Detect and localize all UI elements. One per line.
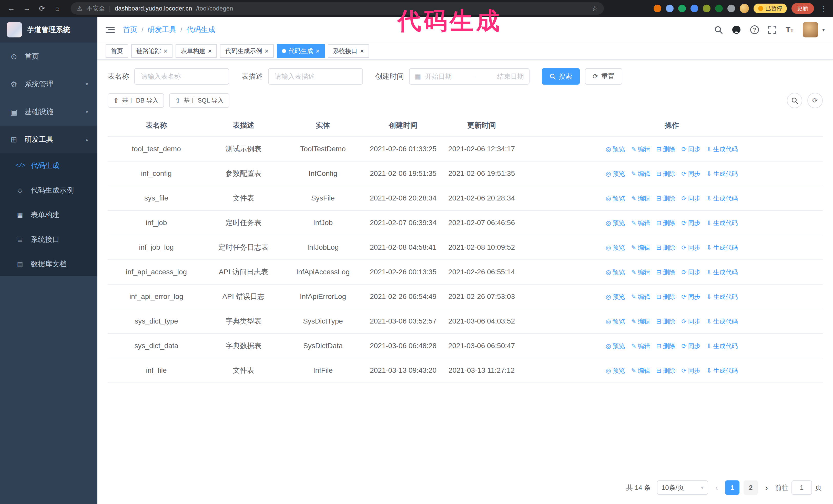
font-size-icon[interactable]: TT [786, 25, 793, 34]
goto-page-input[interactable] [791, 480, 812, 495]
action-delete-trash[interactable]: ⊟删除 [656, 341, 675, 351]
tab-链路追踪[interactable]: 链路追踪× [131, 44, 172, 58]
action-sync-refresh[interactable]: ⟳同步 [681, 268, 700, 277]
sidebar-item-system-api[interactable]: ≣ 系统接口 [0, 227, 97, 252]
action-generate-download[interactable]: ⇩生成代码 [707, 317, 738, 326]
action-eye[interactable]: ◎预览 [606, 292, 625, 302]
home-icon[interactable]: ⌂ [51, 2, 64, 15]
action-generate-download[interactable]: ⇩生成代码 [707, 145, 738, 154]
profile-avatar[interactable] [740, 4, 749, 13]
action-edit-pencil[interactable]: ✎编辑 [631, 317, 650, 326]
sidebar-item-db-docs[interactable]: ▤ 数据库文档 [0, 252, 97, 277]
breadcrumb-home[interactable]: 首页 [123, 25, 137, 34]
action-delete-trash[interactable]: ⊟删除 [656, 194, 675, 203]
action-generate-download[interactable]: ⇩生成代码 [707, 243, 738, 252]
action-eye[interactable]: ◎预览 [606, 268, 625, 277]
bookmark-star-icon[interactable]: ☆ [592, 5, 598, 13]
breadcrumb-devtools[interactable]: 研发工具 [148, 25, 176, 34]
action-edit-pencil[interactable]: ✎编辑 [631, 292, 650, 302]
tab-表单构建[interactable]: 表单构建× [175, 44, 217, 58]
back-icon[interactable]: ← [5, 2, 18, 15]
action-eye[interactable]: ◎预览 [606, 218, 625, 227]
reset-button[interactable]: ⟳ 重置 [585, 68, 622, 85]
tab-close-icon[interactable]: × [360, 48, 364, 54]
action-edit-pencil[interactable]: ✎编辑 [631, 169, 650, 178]
page-number-1[interactable]: 1 [725, 480, 739, 495]
search-button[interactable]: 搜索 [542, 68, 580, 85]
action-eye[interactable]: ◎预览 [606, 366, 625, 375]
app-logo[interactable]: 芋道管理系统 [0, 17, 97, 43]
search-icon[interactable] [714, 26, 722, 34]
action-eye[interactable]: ◎预览 [606, 243, 625, 252]
extension-icon-6[interactable] [715, 5, 723, 12]
sidebar-item-home[interactable]: ⊙ 首页 [0, 43, 97, 70]
action-generate-download[interactable]: ⇩生成代码 [707, 169, 738, 178]
date-range-picker[interactable]: ▦ 开始日期 - 结束日期 [409, 68, 529, 85]
table-name-input[interactable] [134, 68, 229, 85]
action-edit-pencil[interactable]: ✎编辑 [631, 194, 650, 203]
action-delete-trash[interactable]: ⊟删除 [656, 292, 675, 302]
action-sync-refresh[interactable]: ⟳同步 [681, 194, 700, 203]
refresh-table-button[interactable]: ⟳ [807, 93, 823, 108]
sidebar-item-system[interactable]: ⚙ 系统管理 ▾ [0, 70, 97, 98]
action-eye[interactable]: ◎预览 [606, 317, 625, 326]
extension-icon-7[interactable] [728, 5, 735, 12]
page-size-select[interactable]: 10条/页 ▾ [657, 480, 708, 495]
extension-icon-1[interactable] [653, 5, 661, 12]
import-db-button[interactable]: ⇧ 基于 DB 导入 [108, 93, 164, 108]
address-bar[interactable]: ⚠ 不安全 | dashboard.yudao.iocoder.cn/tool/… [71, 2, 604, 15]
action-delete-trash[interactable]: ⊟删除 [656, 169, 675, 178]
tab-close-icon[interactable]: × [164, 48, 167, 54]
page-number-2[interactable]: 2 [743, 480, 758, 495]
action-edit-pencil[interactable]: ✎编辑 [631, 243, 650, 252]
action-sync-refresh[interactable]: ⟳同步 [681, 145, 700, 154]
action-sync-refresh[interactable]: ⟳同步 [681, 366, 700, 375]
github-icon[interactable] [732, 25, 741, 34]
paused-badge[interactable]: 已暂停 [754, 4, 787, 13]
sidebar-item-codegen[interactable]: </> 代码生成 [0, 153, 97, 178]
tab-close-icon[interactable]: × [208, 48, 212, 54]
action-sync-refresh[interactable]: ⟳同步 [681, 292, 700, 302]
action-eye[interactable]: ◎预览 [606, 145, 625, 154]
action-edit-pencil[interactable]: ✎编辑 [631, 218, 650, 227]
action-generate-download[interactable]: ⇩生成代码 [707, 194, 738, 203]
extension-icon-2[interactable] [666, 5, 673, 12]
action-eye[interactable]: ◎预览 [606, 194, 625, 203]
help-icon[interactable]: ? [750, 25, 759, 34]
action-sync-refresh[interactable]: ⟳同步 [681, 243, 700, 252]
refresh-icon[interactable]: ⟳ [36, 2, 48, 15]
sidebar-item-form-builder[interactable]: ▦ 表单构建 [0, 202, 97, 227]
action-delete-trash[interactable]: ⊟删除 [656, 268, 675, 277]
action-delete-trash[interactable]: ⊟删除 [656, 243, 675, 252]
action-edit-pencil[interactable]: ✎编辑 [631, 366, 650, 375]
action-delete-trash[interactable]: ⊟删除 [656, 218, 675, 227]
action-sync-refresh[interactable]: ⟳同步 [681, 218, 700, 227]
action-sync-refresh[interactable]: ⟳同步 [681, 341, 700, 351]
action-edit-pencil[interactable]: ✎编辑 [631, 268, 650, 277]
extension-icon-4[interactable] [690, 5, 698, 12]
action-edit-pencil[interactable]: ✎编辑 [631, 341, 650, 351]
hamburger-icon[interactable] [105, 26, 115, 33]
tab-首页[interactable]: 首页 [105, 44, 128, 58]
action-edit-pencil[interactable]: ✎编辑 [631, 145, 650, 154]
sidebar-item-codegen-example[interactable]: ◇ 代码生成示例 [0, 178, 97, 202]
import-sql-button[interactable]: ⇧ 基于 SQL 导入 [169, 93, 229, 108]
avatar-caret-icon[interactable]: ▾ [822, 27, 825, 33]
prev-page-icon[interactable]: ‹ [714, 483, 719, 493]
action-delete-trash[interactable]: ⊟删除 [656, 145, 675, 154]
table-desc-input[interactable] [268, 68, 363, 85]
sidebar-item-infra[interactable]: ▣ 基础设施 ▾ [0, 98, 97, 126]
action-generate-download[interactable]: ⇩生成代码 [707, 292, 738, 302]
tab-close-icon[interactable]: × [316, 48, 319, 54]
action-generate-download[interactable]: ⇩生成代码 [707, 366, 738, 375]
tab-代码生成示例[interactable]: 代码生成示例× [220, 44, 273, 58]
action-eye[interactable]: ◎预览 [606, 341, 625, 351]
forward-icon[interactable]: → [21, 2, 33, 15]
action-generate-download[interactable]: ⇩生成代码 [707, 218, 738, 227]
action-delete-trash[interactable]: ⊟删除 [656, 366, 675, 375]
action-generate-download[interactable]: ⇩生成代码 [707, 268, 738, 277]
sidebar-item-devtools[interactable]: ⊞ 研发工具 ▴ [0, 126, 97, 153]
extension-icon-3[interactable] [678, 5, 686, 12]
tab-系统接口[interactable]: 系统接口× [328, 44, 369, 58]
update-button[interactable]: 更新 [791, 3, 814, 14]
